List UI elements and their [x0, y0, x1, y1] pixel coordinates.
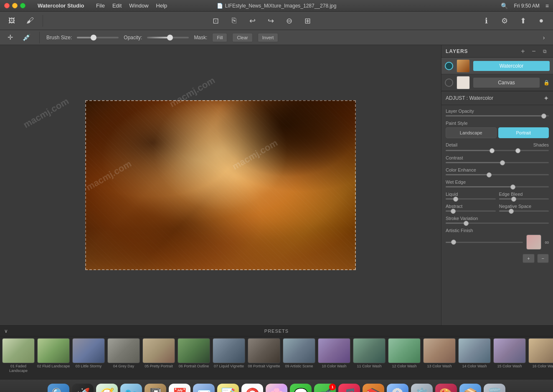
preset-item[interactable]: 05 Pretty Portrait — [142, 338, 175, 377]
dock-item-books[interactable]: 📚 — [363, 384, 384, 392]
transform-tool-btn[interactable]: ⎘ — [227, 13, 242, 28]
export-btn[interactable]: ⬆ — [515, 13, 530, 28]
preset-item[interactable]: 12 Color Wash — [388, 338, 421, 377]
dock-item-day-one[interactable]: 📓 — [145, 384, 166, 392]
crop-tool-btn[interactable]: ⊡ — [208, 13, 223, 28]
edge-bleed-slider[interactable] — [499, 198, 549, 200]
preset-item[interactable]: 07 Liquid Vignette — [212, 338, 246, 377]
panel-chevron-btn[interactable]: › — [539, 33, 549, 43]
clear-btn[interactable]: Clear — [232, 33, 252, 42]
preset-item[interactable]: 13 Color Wash — [423, 338, 456, 377]
landscape-btn[interactable]: Landscape — [446, 127, 497, 138]
add-effect-btn[interactable]: + — [523, 254, 534, 263]
brush-tool-btn[interactable]: 🖌 — [23, 13, 38, 28]
dock-item-trash[interactable]: 🗑️ — [484, 384, 505, 392]
add-layer-btn[interactable]: + — [519, 47, 527, 56]
preset-item[interactable]: 14 Color Wash — [458, 338, 491, 377]
edge-bleed-section: Edge Bleed — [499, 192, 549, 200]
undo-tool-btn[interactable]: ↩ — [245, 13, 260, 28]
menu-window[interactable]: Window — [129, 3, 148, 9]
detail-shades-slider[interactable] — [446, 150, 549, 151]
dock-item-system-prefs[interactable]: ⚙️ — [411, 384, 433, 392]
layer-name-watercolor[interactable]: Watercolor — [473, 61, 550, 71]
maximize-button[interactable] — [20, 3, 25, 8]
zoom-in-btn[interactable]: ⊞ — [300, 13, 315, 28]
dock-item-photos[interactable]: 🌸 — [266, 384, 287, 392]
dock-item-calendar[interactable]: 📅 — [169, 384, 190, 392]
dock-item-music[interactable]: 🎵 — [338, 384, 360, 392]
menu-file[interactable]: File — [96, 3, 105, 9]
layer-canvas-visibility[interactable] — [445, 78, 453, 87]
dock-item-launchpad[interactable]: 🚀 — [72, 384, 94, 392]
dock-item-safari[interactable]: 🧭 — [96, 384, 118, 392]
dock-item-reminders[interactable]: ⭕ — [241, 384, 263, 392]
dock-item-facetime[interactable]: 📹1 — [314, 384, 336, 392]
stroke-variation-slider[interactable] — [446, 223, 549, 224]
search-icon[interactable]: 🔍 — [501, 3, 508, 9]
redo-tool-btn[interactable]: ↪ — [264, 13, 279, 28]
layer-canvas[interactable]: Canvas 🔒 — [441, 74, 553, 91]
menu-help[interactable]: Help — [156, 3, 167, 9]
duplicate-layer-btn[interactable]: ⧉ — [540, 47, 549, 56]
zoom-out-btn[interactable]: ⊖ — [282, 13, 297, 28]
abstract-slider[interactable] — [446, 210, 496, 212]
more-btn[interactable]: ● — [534, 13, 549, 28]
preset-item[interactable]: 09 Artistic Scene — [282, 338, 316, 377]
color-enhance-slider[interactable] — [446, 174, 549, 175]
dock-item-messages[interactable]: 💬 — [290, 384, 312, 392]
eyedropper-tool[interactable]: 💉 — [21, 32, 33, 43]
dock-item-airmail[interactable]: ✉️ — [193, 384, 215, 392]
info-btn[interactable]: ℹ — [479, 13, 494, 28]
settings-btn[interactable]: ⚙ — [497, 13, 512, 28]
canvas-area[interactable]: macmj.com macmj.com macmj.com macmj.com — [0, 45, 441, 325]
presets-scroll[interactable]: 01 Faded Landscape02 Fluid Landscape03 L… — [0, 336, 553, 379]
preset-item[interactable]: 04 Grey Day — [107, 338, 140, 377]
adjust-settings-icon[interactable]: ✦ — [543, 94, 549, 102]
dock-item-tes[interactable]: 🐦 — [120, 384, 142, 392]
layer-watercolor[interactable]: Watercolor — [441, 58, 553, 74]
menu-edit[interactable]: Edit — [112, 3, 122, 9]
liquid-slider[interactable] — [446, 198, 496, 200]
move-tool[interactable]: ✛ — [4, 32, 16, 43]
invert-btn[interactable]: Invert — [258, 33, 279, 42]
preset-item[interactable]: 11 Color Wash — [353, 338, 386, 377]
brush-toolbar: ✛ 💉 Brush Size: Opacity: Mask: Fill Clea… — [0, 30, 553, 45]
preset-item[interactable]: 15 Color Wash — [493, 338, 526, 377]
wet-edge-slider[interactable] — [446, 186, 549, 187]
preset-item[interactable]: 03 Little Stormy — [72, 338, 105, 377]
artistic-finish-swatch[interactable] — [526, 235, 541, 250]
preset-thumbnail — [248, 338, 280, 363]
layer-opacity-slider[interactable] — [446, 115, 549, 116]
toolbar-separator-1 — [43, 15, 43, 27]
layer-visibility-toggle[interactable] — [445, 62, 453, 70]
layer-name-canvas[interactable]: Canvas — [473, 78, 540, 88]
artistic-finish-slider[interactable] — [446, 242, 523, 243]
dock-item-wcs-pro[interactable]: 🎨 — [435, 384, 457, 392]
notification-icon[interactable]: ≡ — [545, 3, 549, 9]
canvas-selection — [85, 100, 356, 270]
preset-item[interactable]: 10 Color Wash — [317, 338, 351, 377]
preset-item[interactable]: 08 Portrait Vignette — [247, 338, 281, 377]
fill-btn[interactable]: Fill — [212, 33, 227, 42]
color-enhance-row: Color Enhance — [446, 167, 549, 175]
opacity-track[interactable] — [147, 37, 189, 38]
dock-item-notebooks[interactable]: 📝 — [217, 384, 239, 392]
dock-item-migration[interactable]: 📦 — [459, 384, 481, 392]
photo-tool-btn[interactable]: 🖼 — [4, 13, 19, 28]
negative-space-slider[interactable] — [499, 210, 549, 212]
remove-layer-btn[interactable]: − — [530, 47, 538, 56]
portrait-btn[interactable]: Portrait — [498, 127, 549, 138]
preset-item[interactable]: 16 Color Wash — [528, 338, 553, 377]
dock-item-finder[interactable]: 🔍 — [48, 384, 69, 392]
remove-effect-btn[interactable]: − — [537, 254, 549, 263]
brush-size-track[interactable] — [77, 37, 119, 38]
close-button[interactable] — [4, 3, 10, 8]
preset-item[interactable]: 01 Faded Landscape — [2, 338, 35, 377]
minimize-button[interactable] — [12, 3, 18, 8]
artistic-finish-row: Artistic Finish ∞ — [446, 228, 549, 250]
preset-item[interactable]: 02 Fluid Landscape — [37, 338, 70, 377]
presets-chevron-btn[interactable]: ∨ — [4, 328, 8, 334]
contrast-slider[interactable] — [446, 162, 549, 163]
preset-item[interactable]: 06 Portrait Outline — [177, 338, 211, 377]
dock-item-app-store[interactable]: 🅐 — [387, 384, 408, 392]
